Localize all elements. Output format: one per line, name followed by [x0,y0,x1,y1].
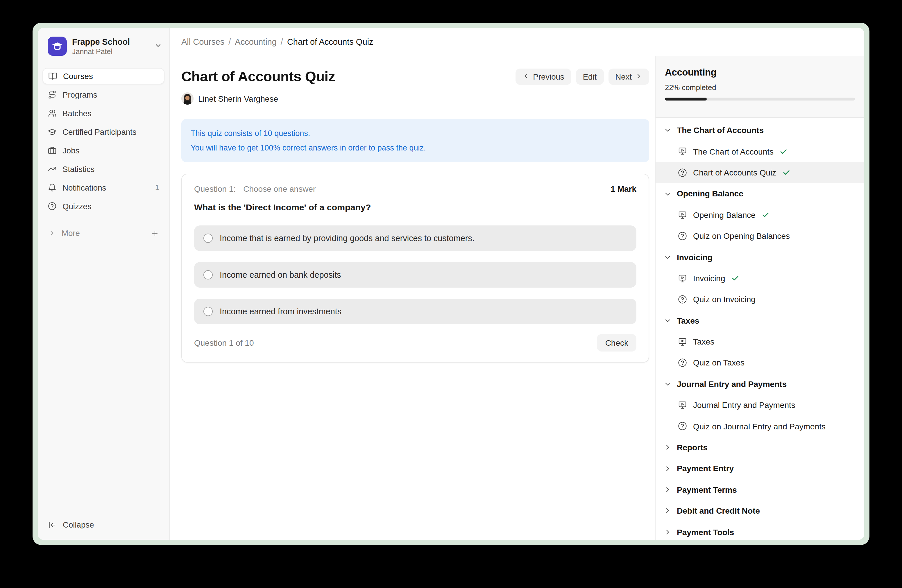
edit-button[interactable]: Edit [576,69,604,85]
course-outline-list: The Chart of AccountsThe Chart of Accoun… [656,118,864,540]
course-title: Accounting [665,67,855,78]
notice-line-2: You will have to get 100% correct answer… [191,141,640,155]
previous-button[interactable]: Previous [515,69,571,85]
bell-icon [48,183,57,192]
breadcrumb: All Courses/Accounting/Chart of Accounts… [181,37,373,47]
outline-item-the-chart-of-accounts[interactable]: The Chart of Accounts [656,141,864,162]
completed-check-icon [779,147,788,155]
trending-up-icon [48,165,57,174]
question-progress: Question 1 of 10 [194,338,254,347]
chevron-right-icon [664,507,672,515]
lesson-icon [678,400,687,410]
route-icon [48,90,57,99]
outline-item-quiz-on-taxes[interactable]: Quiz on Taxes [656,352,864,374]
quiz-icon [678,422,687,431]
lesson-icon [678,337,687,347]
chevron-down-icon [664,253,672,261]
sidebar-item-notifications[interactable]: Notifications1 [42,180,164,196]
chevron-right-icon [664,486,672,494]
breadcrumb-accounting[interactable]: Accounting [235,37,277,47]
check-button[interactable]: Check [597,334,636,352]
quiz-icon [678,167,687,177]
sidebar-item-batches[interactable]: Batches [42,105,164,122]
sidebar-item-statistics[interactable]: Statistics [42,161,164,177]
workspace-user: Jannat Patel [72,47,149,55]
lesson-icon [678,147,687,156]
course-progress-text: 22% completed [665,83,855,92]
plus-icon[interactable] [150,228,159,237]
chevron-right-icon [664,528,672,536]
notice-line-1: This quiz consists of 10 questions. [191,126,640,141]
completed-check-icon [782,169,790,177]
completed-check-icon [761,211,769,219]
left-sidebar: Frappe School Jannat Patel CoursesProgra… [38,28,170,540]
outline-section-opening-balance[interactable]: Opening Balance [656,183,864,204]
workspace-switcher[interactable]: Frappe School Jannat Patel [38,28,169,62]
radio-button[interactable] [204,270,213,280]
author-avatar [181,92,194,105]
answer-option-1[interactable]: Income that is earned by providing goods… [194,225,636,251]
chevron-down-icon [664,380,672,388]
outline-section-reports[interactable]: Reports [656,437,864,458]
app-window: Frappe School Jannat Patel CoursesProgra… [33,23,869,545]
answer-option-3[interactable]: Income earned from investments [194,299,636,324]
outline-section-the-chart-of-accounts[interactable]: The Chart of Accounts [656,120,864,141]
collapse-left-icon [48,520,56,529]
briefcase-icon [48,146,57,155]
lesson-icon [678,274,687,283]
course-progress-bar [665,98,855,100]
notification-badge: 1 [155,184,159,192]
next-button[interactable]: Next [608,69,649,85]
sidebar-item-quizzes[interactable]: Quizzes [42,198,164,214]
course-panel-header: Accounting 22% completed [656,56,864,118]
outline-section-invoicing[interactable]: Invoicing [656,247,864,268]
chevron-down-icon[interactable] [154,41,162,52]
outline-item-invoicing[interactable]: Invoicing [656,267,864,289]
sidebar-item-jobs[interactable]: Jobs [42,142,164,159]
completed-check-icon [731,274,739,282]
question-number: Question 1: [194,184,236,194]
outline-section-payment-tools[interactable]: Payment Tools [656,521,864,540]
breadcrumb-all-courses[interactable]: All Courses [181,37,224,47]
outline-section-taxes[interactable]: Taxes [656,310,864,331]
question-card: Question 1: Choose one answer 1 Mark Wha… [181,174,649,363]
outline-item-opening-balance[interactable]: Opening Balance [656,204,864,225]
course-outline-panel: Accounting 22% completed The Chart of Ac… [655,56,864,540]
course-progress-fill [665,98,707,100]
outline-item-quiz-on-journal-entry-and-payments[interactable]: Quiz on Journal Entry and Payments [656,416,864,437]
outline-section-payment-terms[interactable]: Payment Terms [656,479,864,500]
sidebar-item-more[interactable]: More [42,225,164,241]
outline-item-quiz-on-invoicing[interactable]: Quiz on Invoicing [656,289,864,310]
radio-button[interactable] [204,234,213,243]
lesson-icon [678,210,687,220]
outline-item-chart-of-accounts-quiz[interactable]: Chart of Accounts Quiz [656,162,864,183]
breadcrumb-current: Chart of Accounts Quiz [287,37,373,47]
outline-item-taxes[interactable]: Taxes [656,331,864,352]
main-content: Chart of Accounts Quiz Previous Edit [170,56,655,540]
chevron-right-icon [48,229,56,237]
sidebar-menu: CoursesProgramsBatchesCertified Particip… [38,62,169,241]
quiz-icon [678,358,687,368]
outline-section-payment-entry[interactable]: Payment Entry [656,458,864,479]
sidebar-item-certified-participants[interactable]: Certified Participants [42,124,164,140]
question-text: What is the 'Direct Income' of a company… [194,202,636,212]
chevron-left-icon [523,72,529,81]
graduation-cap-icon [51,40,63,52]
desktop-background: Frappe School Jannat Patel CoursesProgra… [0,0,902,588]
book-open-icon [48,72,57,81]
sidebar-item-courses[interactable]: Courses [42,68,164,84]
collapse-label: Collapse [63,520,94,529]
question-instruction: Choose one answer [243,184,611,194]
users-icon [48,109,57,118]
collapse-sidebar-button[interactable]: Collapse [38,516,169,533]
quiz-notice: This quiz consists of 10 questions. You … [181,119,649,162]
answer-option-2[interactable]: Income earned on bank deposits [194,262,636,288]
outline-section-journal-entry-and-payments[interactable]: Journal Entry and Payments [656,373,864,394]
outline-section-debit-and-credit-note[interactable]: Debit and Credit Note [656,500,864,521]
quiz-icon [678,231,687,241]
sidebar-item-programs[interactable]: Programs [42,87,164,103]
outline-item-quiz-on-opening-balances[interactable]: Quiz on Opening Balances [656,225,864,247]
radio-button[interactable] [204,307,213,316]
outline-item-journal-entry-and-payments[interactable]: Journal Entry and Payments [656,394,864,416]
frappe-school-logo [48,37,67,56]
